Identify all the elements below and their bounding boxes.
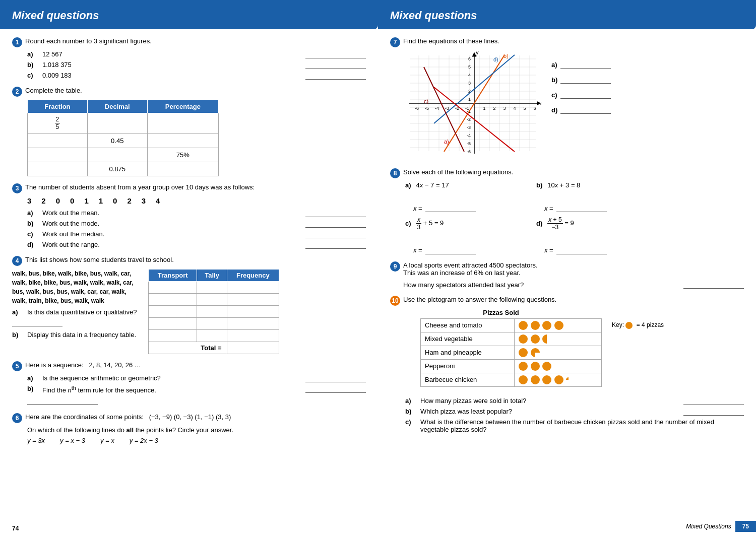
- pizza-circles-bbq: [514, 373, 601, 386]
- q4-part-b: b) Display this data in a frequency tabl…: [12, 331, 138, 339]
- q4-col-transport: Transport: [149, 269, 197, 281]
- q2-col-percentage: Percentage: [147, 100, 218, 113]
- pizza-three-quarter: [531, 348, 540, 357]
- key-label: Key:: [612, 321, 625, 328]
- q7-ans-b-line: [560, 76, 611, 84]
- q8-part-c: c) x 3 + 5 = 9 x =: [405, 216, 521, 254]
- pizza-circle: [554, 321, 563, 330]
- pizza-circle: [531, 362, 540, 371]
- q10-part-a: a) How many pizzas were sold in total?: [405, 397, 744, 405]
- q10-number: 10: [390, 296, 400, 306]
- q8c-frac: x 3: [416, 216, 422, 231]
- q8a-label: a): [405, 181, 411, 189]
- tick: 1: [483, 106, 485, 111]
- q5a-text: Is the sequence arithmetic or geometric?: [42, 374, 305, 382]
- q10-table-key-row: Cheese and tomato Mixed vegetable: [405, 318, 744, 392]
- graph-line-c-label: c): [424, 98, 428, 104]
- tally-t1: [149, 305, 197, 317]
- q10-part-c: c) What is the difference between the nu…: [405, 418, 744, 433]
- q10-parts: a) How many pizzas were sold in total? b…: [405, 397, 744, 433]
- pizza-row-ham: Ham and pineapple: [421, 346, 602, 359]
- q4a-label: a): [12, 308, 23, 316]
- q9-text-block: A local sports event attracted 4500 spec…: [403, 261, 744, 289]
- q6-opt2: y = x − 3: [60, 437, 85, 444]
- q3-text: The number of students absent from a yea…: [25, 183, 366, 191]
- pizza-circle: [519, 348, 528, 357]
- q5-part-a: a) Is the sequence arithmetic or geometr…: [27, 374, 366, 382]
- q3d-line: [305, 241, 366, 249]
- pizza-circles-veg: [514, 332, 601, 346]
- q10-key: Key: = 4 pizzas: [612, 321, 664, 329]
- q1a-answer-line: [305, 50, 366, 58]
- tick: -4: [435, 106, 439, 111]
- tally-t3: [227, 329, 279, 342]
- q3-d3: 0: [56, 196, 60, 205]
- graph-line-d-label: d): [493, 56, 498, 62]
- q2-r1-decimal: [87, 113, 147, 134]
- q4a-text: Is this data quantitative or qualitative…: [27, 308, 137, 316]
- q3c-line: [305, 230, 366, 238]
- pizza-row-pepperoni: Pepperoni: [421, 359, 602, 373]
- q2-col-decimal: Decimal: [87, 100, 147, 113]
- pizza-row-veg: Mixed vegetable: [421, 332, 602, 346]
- q3-row: 3 The number of students absent from a y…: [12, 183, 366, 193]
- q10-table-title: Pizzas Sold: [405, 309, 597, 316]
- q5-number: 5: [12, 361, 22, 371]
- q1c-value: 0.009 183: [42, 72, 72, 79]
- q7-ans-a-line: [560, 60, 611, 69]
- q6-number: 6: [12, 413, 22, 423]
- tally-t2: [197, 293, 227, 305]
- q10b-label: b): [405, 408, 416, 415]
- q4-transport-text-block: walk, bus, bike, walk, bike, bus, walk, …: [12, 269, 138, 354]
- q5b-line: [305, 385, 366, 393]
- q8b-xeq: x =: [544, 204, 652, 212]
- right-content: 7 Find the equations of these lines.: [378, 37, 756, 452]
- q3-d2: 2: [41, 196, 45, 205]
- tally-t3: [227, 281, 279, 293]
- tally-t2: [197, 281, 227, 293]
- q8c-label: c): [405, 220, 411, 227]
- q5b-extra: [27, 396, 98, 405]
- q3b-label: b): [27, 220, 38, 227]
- q8a-x-line: [425, 204, 476, 212]
- q2-r3-fraction: [28, 148, 88, 162]
- q1-number: 1: [12, 37, 22, 47]
- q3-d9: 3: [142, 196, 146, 205]
- q8-number: 8: [390, 168, 400, 178]
- q6-text2: On which of the following lines do all t…: [27, 426, 366, 434]
- q2-r4-fraction: [28, 162, 88, 176]
- q2-table: Fraction Decimal Percentage 2 5: [27, 100, 219, 176]
- q7-ans-d: d): [551, 106, 611, 114]
- q8-text: Solve each of the following equations.: [403, 168, 744, 176]
- q3-part-b: b) Work out the mode.: [27, 220, 366, 228]
- q3c-label: c): [27, 230, 38, 238]
- q10a-label: a): [405, 397, 416, 405]
- pizza-circle: [542, 362, 551, 371]
- q10-text: Use the pictogram to answer the followin…: [403, 296, 744, 303]
- x-label: x: [540, 100, 541, 106]
- q4a-line: [12, 318, 62, 326]
- q8b-x-line: [556, 204, 607, 212]
- q4-number: 4: [12, 256, 22, 266]
- tick: -6: [467, 149, 471, 154]
- q3-d10: 4: [156, 196, 160, 205]
- q8b-label: b): [536, 181, 542, 189]
- question-2: 2 Complete the table. Fraction Decimal P…: [12, 87, 366, 176]
- tally-t1: [149, 329, 197, 342]
- q3a-line: [305, 209, 366, 217]
- tick: 6: [468, 56, 471, 61]
- q3d-label: d): [27, 241, 38, 248]
- q2-r1-fraction: 2 5: [28, 113, 88, 134]
- tally-t2: [197, 317, 227, 329]
- q9-text2: This was an increase of 6% on last year.: [403, 269, 744, 277]
- question-5: 5 Here is a sequence: 2, 8, 14, 20, 26 ……: [12, 361, 366, 406]
- pizza-circle: [554, 375, 563, 384]
- key-circle-icon: [625, 322, 633, 329]
- q7-text: Find the equations of these lines.: [403, 37, 744, 45]
- q8b-x-label: x =: [544, 205, 553, 212]
- pizza-quarter: [566, 375, 571, 384]
- question-6: 6 Here are the coordinates of some point…: [12, 413, 366, 444]
- svg-marker-27: [566, 380, 571, 382]
- q8a-equation: 4x − 7 = 17: [416, 181, 449, 189]
- q2-r2-fraction: [28, 133, 88, 148]
